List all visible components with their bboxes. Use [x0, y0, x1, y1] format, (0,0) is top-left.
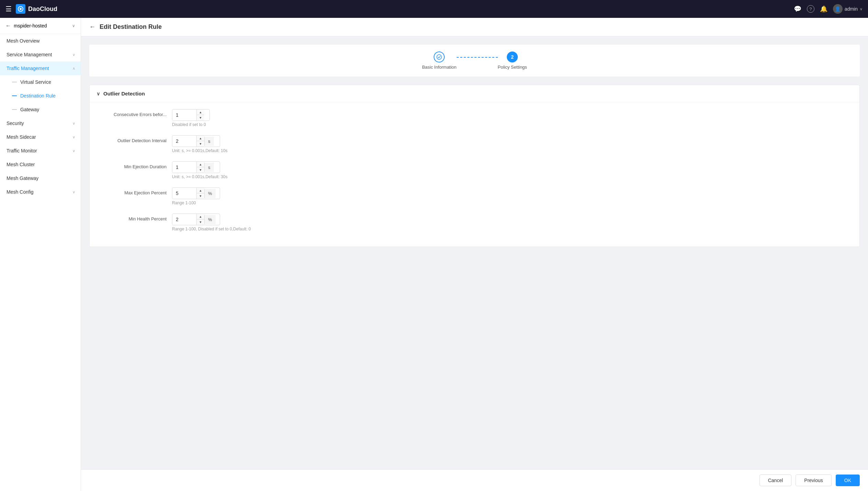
detection-interval-decrement[interactable]: ▼	[197, 141, 204, 147]
detection-interval-input[interactable]	[172, 136, 196, 146]
max-ejection-percent-row: Max Ejection Percent ▲ ▼ % Range 1-100	[98, 187, 851, 205]
min-health-percent-increment[interactable]: ▲	[197, 214, 204, 219]
sidebar: ← mspider-hosted ∨ Mesh Overview Service…	[0, 18, 81, 491]
min-ejection-duration-decrement[interactable]: ▼	[197, 167, 204, 173]
daocloud-logo-icon	[16, 4, 25, 14]
brand-name: DaoCloud	[28, 5, 57, 13]
sidebar-item-mesh-gateway[interactable]: Mesh Gateway	[0, 171, 81, 185]
sidebar-item-gateway[interactable]: Gateway	[0, 103, 81, 116]
min-health-percent-spinner: ▲ ▼	[196, 214, 204, 225]
sidebar-item-mesh-config[interactable]: Mesh Config ∨	[0, 185, 81, 199]
navbar-icons: 💬 ? 🔔 👤 admin ∨	[794, 4, 863, 14]
section-collapse-icon: ∨	[96, 91, 100, 96]
step-2-label: Policy Settings	[498, 65, 527, 70]
form-scroll-area: Basic Information 2 Policy Settings ∨ Ou…	[81, 36, 868, 469]
step-1-label: Basic Information	[422, 65, 456, 70]
max-ejection-percent-input[interactable]	[172, 189, 196, 198]
cancel-button[interactable]: Cancel	[760, 475, 792, 486]
max-ejection-percent-unit: %	[204, 189, 216, 198]
sidebar-item-security[interactable]: Security ∨	[0, 116, 81, 130]
sidebar-item-service-management[interactable]: Service Management ∨	[0, 48, 81, 61]
min-health-percent-decrement[interactable]: ▼	[197, 219, 204, 225]
consecutive-errors-row: Consecutive Errors befor... ▲ ▼ Disabled…	[98, 109, 851, 127]
svg-point-1	[437, 55, 442, 59]
dash-icon	[12, 109, 17, 110]
min-ejection-duration-spinner: ▲ ▼	[196, 162, 204, 173]
detection-interval-row: Outlier Detection Interval ▲ ▼ s Unit: s	[98, 135, 851, 153]
consecutive-errors-input-wrapper: ▲ ▼	[172, 109, 210, 121]
sidebar-item-traffic-management[interactable]: Traffic Management ∧	[0, 61, 81, 75]
min-ejection-duration-input[interactable]	[172, 162, 196, 172]
sidebar-item-destination-rule[interactable]: Destination Rule	[0, 89, 81, 103]
user-menu[interactable]: 👤 admin ∨	[833, 4, 863, 14]
detection-interval-unit: s	[204, 137, 214, 146]
sidebar-item-virtual-service[interactable]: Virtual Service	[0, 75, 81, 89]
sidebar-item-mesh-cluster[interactable]: Mesh Cluster	[0, 158, 81, 171]
user-dropdown-icon: ∨	[860, 7, 863, 11]
max-ejection-percent-hint: Range 1-100	[172, 201, 220, 205]
chevron-up-icon: ∧	[72, 66, 75, 71]
detection-interval-control: ▲ ▼ s Unit: s, >= 0.001s,Default: 10s	[172, 135, 227, 153]
min-health-percent-hint: Range 1-100, Disabled if set to 0,Defaul…	[172, 227, 251, 231]
workspace-selector[interactable]: ← mspider-hosted ∨	[0, 18, 81, 34]
form-body: Consecutive Errors befor... ▲ ▼ Disabled…	[90, 102, 859, 247]
help-icon[interactable]: ?	[807, 5, 814, 13]
brand-logo: DaoCloud	[16, 4, 57, 14]
username: admin	[845, 6, 858, 12]
ok-button[interactable]: OK	[836, 475, 860, 486]
consecutive-errors-spinner: ▲ ▼	[196, 110, 204, 121]
min-health-percent-label: Min Health Percent	[98, 214, 167, 221]
sidebar-item-traffic-monitor[interactable]: Traffic Monitor ∨	[0, 144, 81, 158]
chevron-down-icon: ∨	[72, 149, 75, 153]
min-ejection-duration-label: Min Ejection Duration	[98, 161, 167, 169]
min-ejection-duration-hint: Unit: s, >= 0.001s,Default: 30s	[172, 174, 227, 179]
notification-icon[interactable]: 🔔	[820, 5, 827, 13]
max-ejection-percent-decrement[interactable]: ▼	[197, 193, 204, 199]
step-connector	[457, 57, 498, 58]
content-area: ← Edit Destination Rule Basic Informatio…	[81, 18, 868, 491]
max-ejection-percent-spinner: ▲ ▼	[196, 188, 204, 199]
consecutive-errors-hint: Disabled if set to 0	[172, 122, 210, 127]
workspace-name: mspider-hosted	[14, 23, 69, 28]
chevron-down-icon: ∨	[72, 190, 75, 194]
max-ejection-percent-control: ▲ ▼ % Range 1-100	[172, 187, 220, 205]
checkmark-icon	[436, 54, 442, 60]
detection-interval-spinner: ▲ ▼	[196, 136, 204, 147]
step-2: 2 Policy Settings	[498, 52, 527, 70]
min-health-percent-control: ▲ ▼ % Range 1-100, Disabled if set to 0,…	[172, 214, 251, 231]
sidebar-item-mesh-overview[interactable]: Mesh Overview	[0, 34, 81, 48]
consecutive-errors-control: ▲ ▼ Disabled if set to 0	[172, 109, 210, 127]
back-button[interactable]: ←	[89, 23, 95, 31]
chevron-down-icon: ∨	[72, 135, 75, 139]
consecutive-errors-increment[interactable]: ▲	[197, 110, 204, 115]
navbar: ☰ DaoCloud 💬 ? 🔔 👤 admin ∨	[0, 0, 868, 18]
chat-icon[interactable]: 💬	[794, 5, 801, 13]
detection-interval-increment[interactable]: ▲	[197, 136, 204, 141]
min-ejection-duration-increment[interactable]: ▲	[197, 162, 204, 167]
workspace-back-icon: ←	[5, 23, 11, 29]
page-header: ← Edit Destination Rule	[81, 18, 868, 36]
chevron-down-icon: ∨	[72, 53, 75, 57]
dash-active-icon	[12, 95, 17, 96]
outlier-detection-header[interactable]: ∨ Outlier Detection	[90, 85, 859, 102]
min-ejection-duration-row: Min Ejection Duration ▲ ▼ s Unit: s, >=	[98, 161, 851, 179]
min-health-percent-unit: %	[204, 215, 216, 224]
max-ejection-percent-label: Max Ejection Percent	[98, 187, 167, 195]
detection-interval-hint: Unit: s, >= 0.001s,Default: 10s	[172, 148, 227, 153]
consecutive-errors-label: Consecutive Errors befor...	[98, 109, 167, 117]
max-ejection-percent-increment[interactable]: ▲	[197, 188, 204, 193]
consecutive-errors-input[interactable]	[172, 110, 196, 120]
step-1-circle	[434, 52, 445, 62]
previous-button[interactable]: Previous	[796, 475, 831, 486]
detection-interval-label: Outlier Detection Interval	[98, 135, 167, 143]
step-1: Basic Information	[422, 52, 456, 70]
step-2-circle: 2	[507, 52, 518, 62]
sidebar-item-mesh-sidecar[interactable]: Mesh Sidecar ∨	[0, 130, 81, 144]
detection-interval-input-wrapper: ▲ ▼ s	[172, 135, 220, 147]
consecutive-errors-decrement[interactable]: ▼	[197, 115, 204, 121]
min-health-percent-input-wrapper: ▲ ▼ %	[172, 214, 220, 225]
max-ejection-percent-input-wrapper: ▲ ▼ %	[172, 187, 220, 199]
page-title: Edit Destination Rule	[100, 23, 162, 31]
min-health-percent-input[interactable]	[172, 215, 196, 224]
hamburger-icon[interactable]: ☰	[5, 5, 12, 13]
